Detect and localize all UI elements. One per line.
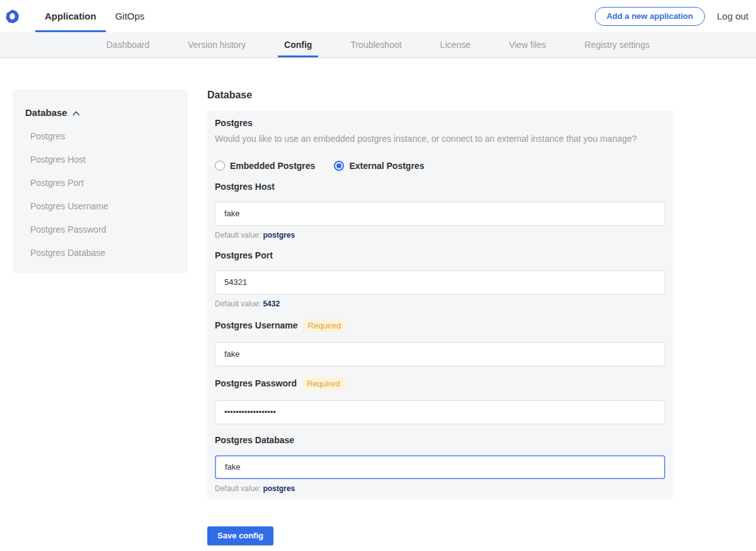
- field-postgres-port: Postgres Port Default value:5432: [215, 250, 665, 308]
- tab-view-files[interactable]: View files: [503, 32, 553, 57]
- sidebar-group-database[interactable]: Database: [25, 107, 175, 118]
- field-label: Postgres Host: [215, 182, 275, 192]
- default-value-helper: Default value:postgres: [215, 484, 665, 493]
- app-logo-icon: [5, 9, 20, 24]
- field-label: Postgres Password: [215, 378, 297, 388]
- chevron-up-icon: [72, 110, 80, 116]
- field-postgres-password: Postgres Password Required: [215, 377, 665, 424]
- save-config-button[interactable]: Save config: [207, 526, 273, 545]
- required-badge: Required: [303, 319, 346, 332]
- field-label: Postgres Port: [215, 250, 273, 260]
- radio-external-postgres[interactable]: External Postgres: [334, 161, 424, 171]
- sidebar-item-postgres-database[interactable]: Postgres Database: [25, 248, 175, 258]
- sidebar-items: Postgres Postgres Host Postgres Port Pos…: [25, 131, 175, 258]
- field-postgres-host: Postgres Host Default value:postgres: [215, 182, 665, 240]
- config-main: Database Postgres Would you like to use …: [207, 90, 673, 545]
- config-group-box: Postgres Would you like to use an embedd…: [207, 110, 673, 499]
- section-heading: Database: [207, 90, 673, 101]
- postgres-port-input[interactable]: [215, 270, 665, 294]
- tab-registry-settings[interactable]: Registry settings: [578, 32, 656, 57]
- topnav-tab-application[interactable]: Application: [35, 0, 106, 32]
- radio-label: Embedded Postgres: [230, 161, 315, 171]
- content-area: Database Postgres Postgres Host Postgres…: [0, 58, 756, 545]
- postgres-group-description: Would you like to use an embedded postgr…: [215, 133, 665, 146]
- sidebar-item-postgres-password[interactable]: Postgres Password: [25, 224, 175, 235]
- tab-troubleshoot[interactable]: Troubleshoot: [344, 32, 408, 57]
- sidebar-item-postgres-username[interactable]: Postgres Username: [25, 201, 175, 211]
- field-label: Postgres Username: [215, 320, 298, 330]
- tab-version-history[interactable]: Version history: [181, 32, 252, 57]
- app-sub-navbar: Dashboard Version history Config Trouble…: [0, 32, 756, 58]
- postgres-username-input[interactable]: [215, 342, 665, 366]
- field-postgres-username: Postgres Username Required: [215, 319, 665, 366]
- add-new-application-button[interactable]: Add a new application: [595, 7, 705, 26]
- sidebar-item-postgres-port[interactable]: Postgres Port: [25, 178, 175, 188]
- postgres-group-label: Postgres: [215, 118, 665, 128]
- default-value-helper: Default value:postgres: [215, 231, 665, 240]
- radio-unselected-icon[interactable]: [215, 161, 225, 171]
- field-postgres-database: Postgres Database Default value:postgres: [215, 435, 665, 493]
- topnav-tab-gitops[interactable]: GitOps: [106, 0, 154, 32]
- logout-link[interactable]: Log out: [717, 11, 748, 21]
- radio-selected-icon[interactable]: [334, 161, 344, 171]
- radio-embedded-postgres[interactable]: Embedded Postgres: [215, 161, 315, 171]
- topnav-right: Add a new application Log out: [595, 0, 748, 32]
- tab-dashboard[interactable]: Dashboard: [100, 32, 156, 57]
- sidebar-item-postgres-host[interactable]: Postgres Host: [25, 154, 175, 165]
- topnav-tabs: Application GitOps: [35, 0, 154, 32]
- postgres-host-input[interactable]: [215, 202, 665, 226]
- postgres-database-input[interactable]: [215, 455, 665, 479]
- field-label: Postgres Database: [215, 435, 294, 445]
- sidebar-item-postgres[interactable]: Postgres: [25, 131, 175, 141]
- top-navbar: Application GitOps Add a new application…: [0, 0, 756, 32]
- tab-config[interactable]: Config: [278, 32, 318, 57]
- sidebar-group-label: Database: [25, 107, 67, 118]
- postgres-password-input[interactable]: [215, 400, 665, 424]
- default-value-helper: Default value:5432: [215, 299, 665, 308]
- config-sidebar: Database Postgres Postgres Host Postgres…: [13, 90, 188, 273]
- app-logo[interactable]: [5, 0, 20, 32]
- radio-label: External Postgres: [349, 161, 424, 171]
- tab-license[interactable]: License: [434, 32, 477, 57]
- required-badge: Required: [302, 377, 345, 390]
- postgres-radio-group: Embedded Postgres External Postgres: [215, 161, 665, 171]
